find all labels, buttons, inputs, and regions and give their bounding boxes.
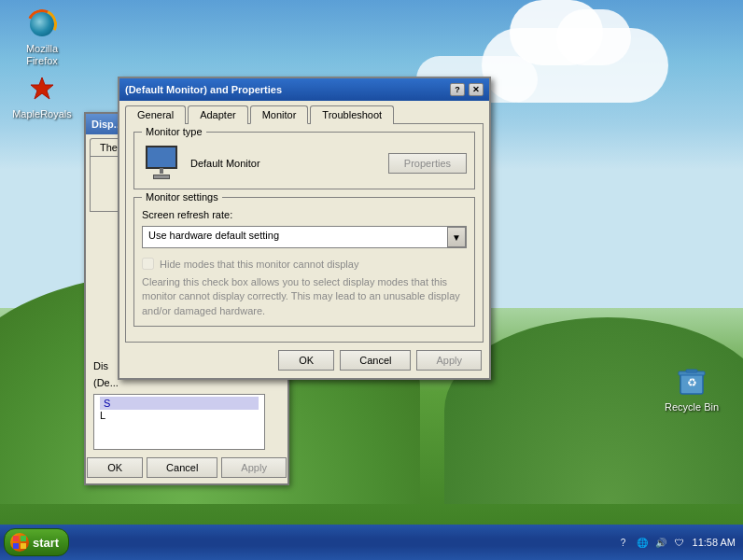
taskbar: start ? 🌐 🔊 🛡 11:58 AM: [0, 525, 743, 560]
tray-shield-icon[interactable]: 🛡: [672, 535, 687, 550]
monitor-settings-section: Monitor settings Screen refresh rate: Us…: [133, 197, 475, 327]
monitor-stand: [160, 168, 163, 174]
start-button[interactable]: start: [4, 528, 69, 556]
recycle-icon-img: ♻: [675, 364, 708, 398]
mapleroyals-icon-label: MapleRoyals: [12, 108, 72, 120]
monitor-base: [153, 175, 170, 179]
bg-dialog-buttons: OK Cancel Apply: [86, 457, 287, 478]
hide-modes-row: Hide modes that this monitor cannot disp…: [142, 258, 467, 270]
monitor-type-row: Default Monitor Properties: [142, 146, 467, 181]
main-dialog: (Default Monitor) and Properties ? ✕ Gen…: [118, 77, 491, 380]
monitor-settings-section-label: Monitor settings: [142, 191, 222, 203]
bg-ok-button[interactable]: OK: [87, 457, 143, 478]
apply-button[interactable]: Apply: [416, 350, 482, 371]
monitor-type-section: Monitor type Default Monitor Properties: [133, 132, 475, 189]
monitor-type-section-label: Monitor type: [142, 126, 206, 137]
bg-list-item-s[interactable]: S: [100, 397, 259, 410]
bg-listbox[interactable]: S L: [93, 394, 265, 450]
properties-button[interactable]: Properties: [388, 153, 467, 174]
titlebar-close-button[interactable]: ✕: [469, 83, 484, 96]
firefox-icon-img: [27, 9, 57, 39]
start-label: start: [33, 536, 59, 550]
tray-help-icon[interactable]: ?: [616, 535, 631, 550]
dialog-buttons: OK Cancel Apply: [119, 343, 489, 378]
svg-rect-5: [13, 536, 19, 541]
svg-rect-4: [686, 370, 697, 372]
svg-text:♻: ♻: [687, 376, 697, 389]
bg-list-item-l[interactable]: L: [100, 410, 259, 421]
tab-general[interactable]: General: [125, 105, 186, 124]
svg-rect-7: [13, 543, 19, 549]
mapleroyals-icon-img: [27, 75, 57, 105]
svg-rect-8: [21, 543, 26, 549]
ok-button[interactable]: OK: [278, 350, 334, 371]
refresh-rate-dropdown-arrow[interactable]: ▼: [447, 227, 466, 247]
desktop-icon-recycle[interactable]: ♻ Recycle Bin: [659, 364, 724, 413]
svg-marker-0: [31, 77, 53, 99]
system-clock: 11:58 AM: [693, 537, 736, 548]
monitor-screen: [146, 146, 177, 169]
hide-modes-label: Hide modes that this monitor cannot disp…: [160, 259, 358, 270]
refresh-rate-label: Screen refresh rate:: [142, 209, 467, 220]
desktop-icon-mapleroyals[interactable]: MapleRoyals: [9, 75, 75, 120]
bg-apply-button[interactable]: Apply: [221, 457, 287, 478]
svg-rect-6: [21, 536, 26, 541]
dialog-title: (Default Monitor) and Properties: [125, 84, 446, 95]
tray-icons: ? 🌐 🔊 🛡: [616, 535, 687, 550]
recycle-icon-label: Recycle Bin: [665, 401, 719, 413]
cancel-button[interactable]: Cancel: [340, 350, 411, 371]
hint-text: Clearing this check box allows you to se…: [142, 275, 467, 318]
tab-bar: General Adapter Monitor Troubleshoot: [119, 101, 489, 123]
tab-content-monitor: Monitor type Default Monitor Properties …: [125, 123, 484, 343]
desktop: Mozilla Firefox MapleRoyals ♻ Recycle Bi…: [0, 0, 743, 560]
bg-cancel-button[interactable]: Cancel: [147, 457, 217, 478]
taskbar-tray: ? 🌐 🔊 🛡 11:58 AM: [616, 535, 743, 550]
monitor-type-icon: [142, 146, 181, 181]
refresh-rate-dropdown-container[interactable]: Use hardware default setting ▼: [142, 226, 467, 248]
monitor-type-name: Default Monitor: [190, 158, 260, 169]
tray-network-icon[interactable]: 🌐: [635, 535, 650, 550]
tab-troubleshoot[interactable]: Troubleshoot: [310, 105, 394, 124]
refresh-rate-value: Use hardware default setting: [143, 227, 448, 247]
firefox-icon-label: Mozilla Firefox: [9, 43, 75, 67]
start-icon: [10, 533, 29, 552]
dialog-titlebar: (Default Monitor) and Properties ? ✕: [119, 78, 489, 101]
tab-monitor[interactable]: Monitor: [250, 105, 309, 124]
titlebar-help-button[interactable]: ?: [450, 83, 465, 96]
tray-volume-icon[interactable]: 🔊: [653, 535, 668, 550]
tab-adapter[interactable]: Adapter: [188, 105, 248, 124]
hide-modes-checkbox[interactable]: [142, 258, 154, 270]
desktop-icon-firefox[interactable]: Mozilla Firefox: [9, 9, 75, 67]
